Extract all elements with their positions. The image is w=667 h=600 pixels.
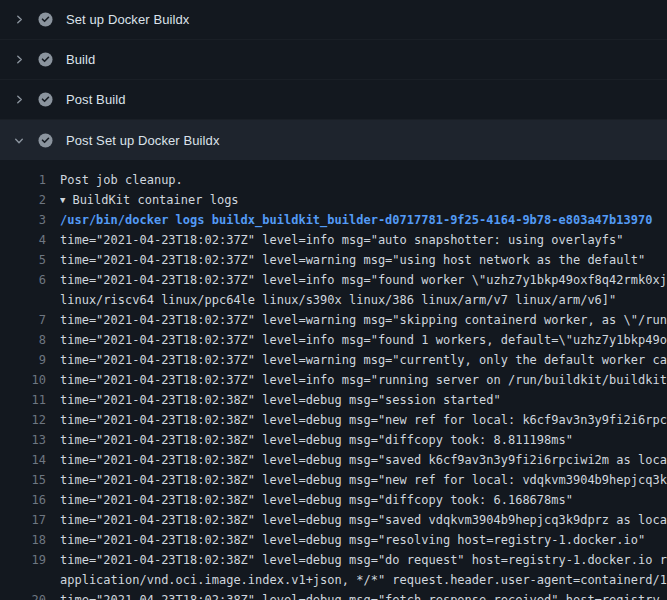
log-line: 11time="2021-04-23T18:02:38Z" level=debu…: [0, 390, 667, 410]
log-line: 7time="2021-04-23T18:02:37Z" level=warni…: [0, 310, 667, 330]
log-line: 17time="2021-04-23T18:02:38Z" level=debu…: [0, 510, 667, 530]
step-title: Set up Docker Buildx: [66, 12, 189, 27]
line-number[interactable]: 11: [0, 390, 46, 410]
log-line: 6time="2021-04-23T18:02:37Z" level=info …: [0, 270, 667, 290]
log-line: 3/usr/bin/docker logs buildx_buildkit_bu…: [0, 210, 667, 230]
chevron-down-icon: [14, 134, 25, 146]
log-text: linux/riscv64 linux/ppc64le linux/s390x …: [60, 290, 667, 310]
check-circle-icon: [38, 52, 53, 67]
log-group-toggle[interactable]: ▼BuildKit container logs: [60, 190, 667, 210]
step-header[interactable]: Build: [0, 40, 667, 80]
line-number[interactable]: 13: [0, 430, 46, 450]
log-line: 8time="2021-04-23T18:02:37Z" level=info …: [0, 330, 667, 350]
log-text: time="2021-04-23T18:02:38Z" level=debug …: [60, 450, 667, 470]
line-number[interactable]: 8: [0, 330, 46, 350]
log-lines: 1Post job cleanup.2▼BuildKit container l…: [0, 170, 667, 600]
step-header[interactable]: Set up Docker Buildx: [0, 0, 667, 40]
line-number[interactable]: 3: [0, 210, 46, 230]
steps-list: Set up Docker BuildxBuildPost BuildPost …: [0, 0, 667, 160]
line-number-empty: [0, 290, 46, 310]
log-text: time="2021-04-23T18:02:37Z" level=info m…: [60, 270, 667, 290]
log-text: time="2021-04-23T18:02:37Z" level=info m…: [60, 370, 667, 390]
check-circle-icon: [38, 133, 53, 148]
step-header[interactable]: Post Set up Docker Buildx: [0, 120, 667, 160]
chevron-right-icon: [13, 54, 25, 65]
line-number[interactable]: 18: [0, 530, 46, 550]
line-number[interactable]: 14: [0, 450, 46, 470]
step-title: Post Set up Docker Buildx: [66, 133, 220, 148]
log-line: 20time="2021-04-23T18:02:38Z" level=debu…: [0, 590, 667, 600]
log-line: 5time="2021-04-23T18:02:37Z" level=warni…: [0, 250, 667, 270]
log-command-text: /usr/bin/docker logs buildx_buildkit_bui…: [60, 210, 667, 230]
log-text: time="2021-04-23T18:02:38Z" level=debug …: [60, 430, 667, 450]
line-number[interactable]: 12: [0, 410, 46, 430]
log-line: 1Post job cleanup.: [0, 170, 667, 190]
log-line: 10time="2021-04-23T18:02:37Z" level=info…: [0, 370, 667, 390]
log-text: application/vnd.oci.image.index.v1+json,…: [60, 570, 667, 590]
line-number[interactable]: 19: [0, 550, 46, 570]
log-line-continuation: application/vnd.oci.image.index.v1+json,…: [0, 570, 667, 590]
log-text: time="2021-04-23T18:02:37Z" level=info m…: [60, 230, 667, 250]
log-panel: 1Post job cleanup.2▼BuildKit container l…: [0, 160, 667, 600]
line-number[interactable]: 5: [0, 250, 46, 270]
chevron-right-icon: [13, 94, 25, 105]
step-title: Build: [66, 52, 95, 67]
log-text: time="2021-04-23T18:02:37Z" level=info m…: [60, 330, 667, 350]
group-title: BuildKit container logs: [72, 193, 238, 207]
log-line: 13time="2021-04-23T18:02:38Z" level=debu…: [0, 430, 667, 450]
line-number-empty: [0, 570, 46, 590]
line-number[interactable]: 2: [0, 190, 46, 210]
check-circle-icon: [38, 92, 53, 107]
log-line-continuation: linux/riscv64 linux/ppc64le linux/s390x …: [0, 290, 667, 310]
log-text: time="2021-04-23T18:02:37Z" level=warnin…: [60, 250, 667, 270]
log-line: 2▼BuildKit container logs: [0, 190, 667, 210]
line-number[interactable]: 20: [0, 590, 46, 600]
line-number[interactable]: 1: [0, 170, 46, 190]
log-text: time="2021-04-23T18:02:37Z" level=warnin…: [60, 350, 667, 370]
log-line: 18time="2021-04-23T18:02:38Z" level=debu…: [0, 530, 667, 550]
log-text: time="2021-04-23T18:02:37Z" level=warnin…: [60, 310, 667, 330]
log-text: time="2021-04-23T18:02:38Z" level=debug …: [60, 410, 667, 430]
log-text: time="2021-04-23T18:02:38Z" level=debug …: [60, 590, 667, 600]
log-text: time="2021-04-23T18:02:38Z" level=debug …: [60, 390, 667, 410]
log-line: 16time="2021-04-23T18:02:38Z" level=debu…: [0, 490, 667, 510]
triangle-down-icon: ▼: [60, 190, 65, 210]
log-line: 15time="2021-04-23T18:02:38Z" level=debu…: [0, 470, 667, 490]
chevron-right-icon: [13, 14, 25, 25]
log-text: time="2021-04-23T18:02:38Z" level=debug …: [60, 550, 667, 570]
step-title: Post Build: [66, 92, 126, 107]
log-line: 9time="2021-04-23T18:02:37Z" level=warni…: [0, 350, 667, 370]
log-text: time="2021-04-23T18:02:38Z" level=debug …: [60, 470, 667, 490]
log-line: 12time="2021-04-23T18:02:38Z" level=debu…: [0, 410, 667, 430]
line-number[interactable]: 9: [0, 350, 46, 370]
log-line: 19time="2021-04-23T18:02:38Z" level=debu…: [0, 550, 667, 570]
log-text: time="2021-04-23T18:02:38Z" level=debug …: [60, 490, 667, 510]
log-line: 14time="2021-04-23T18:02:38Z" level=debu…: [0, 450, 667, 470]
line-number[interactable]: 15: [0, 470, 46, 490]
line-number[interactable]: 4: [0, 230, 46, 250]
step-header[interactable]: Post Build: [0, 80, 667, 120]
log-line: 4time="2021-04-23T18:02:37Z" level=info …: [0, 230, 667, 250]
line-number[interactable]: 10: [0, 370, 46, 390]
line-number[interactable]: 7: [0, 310, 46, 330]
log-text: Post job cleanup.: [60, 170, 667, 190]
log-text: time="2021-04-23T18:02:38Z" level=debug …: [60, 530, 667, 550]
line-number[interactable]: 6: [0, 270, 46, 290]
line-number[interactable]: 17: [0, 510, 46, 530]
line-number[interactable]: 16: [0, 490, 46, 510]
log-text: time="2021-04-23T18:02:38Z" level=debug …: [60, 510, 667, 530]
check-circle-icon: [38, 12, 53, 27]
